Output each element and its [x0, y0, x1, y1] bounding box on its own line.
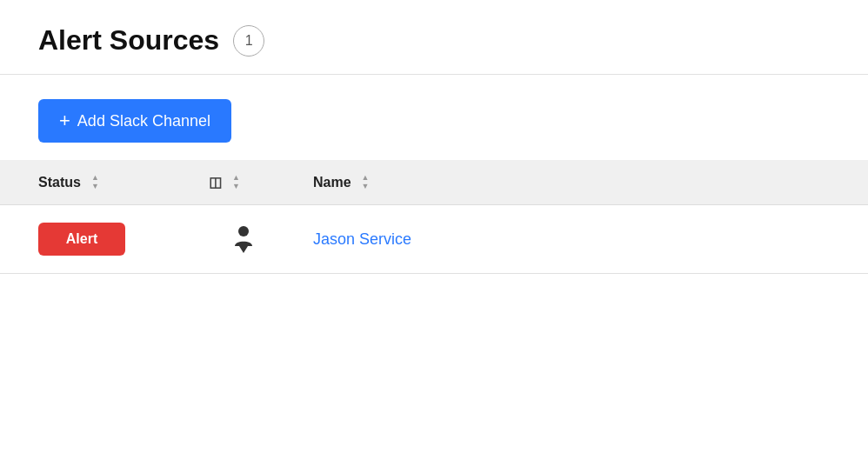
- toolbar-section: + Add Slack Channel: [0, 75, 868, 160]
- table-section: Status ▲ ▼ ◫ ▲ ▼: [0, 160, 868, 274]
- column-header-status[interactable]: Status ▲ ▼: [0, 160, 191, 205]
- cell-status: Alert: [0, 205, 191, 274]
- column-header-type[interactable]: ◫ ▲ ▼: [191, 160, 296, 205]
- status-header-label: Status: [38, 175, 81, 190]
- type-icon-cell: [209, 225, 278, 253]
- status-sort-icons: ▲ ▼: [91, 174, 99, 190]
- type-header-content: ◫ ▲ ▼: [209, 174, 240, 190]
- table-header-row: Status ▲ ▼ ◫ ▲ ▼: [0, 160, 868, 205]
- cell-type: [191, 205, 296, 274]
- page-container: Alert Sources 1 + Add Slack Channel Stat…: [0, 0, 868, 473]
- header-section: Alert Sources 1: [0, 0, 868, 75]
- name-header-content: Name ▲ ▼: [313, 174, 370, 190]
- svg-marker-1: [239, 246, 248, 253]
- table-row: Alert Jason Service: [0, 205, 868, 274]
- type-sort-icons: ▲ ▼: [232, 174, 240, 190]
- sort-down-icon: ▼: [362, 183, 370, 190]
- page-title: Alert Sources: [38, 24, 219, 57]
- type-column-icon: ◫: [209, 174, 222, 190]
- svg-point-0: [238, 226, 249, 236]
- add-button-label: Add Slack Channel: [77, 112, 210, 130]
- sort-down-icon: ▼: [91, 183, 99, 190]
- status-header-content: Status ▲ ▼: [38, 174, 99, 190]
- alert-sources-table: Status ▲ ▼ ◫ ▲ ▼: [0, 160, 868, 274]
- sort-up-icon: ▲: [232, 174, 240, 182]
- name-header-label: Name: [313, 175, 351, 190]
- column-header-name[interactable]: Name ▲ ▼: [296, 160, 868, 205]
- plus-icon: +: [59, 111, 70, 130]
- name-sort-icons: ▲ ▼: [362, 174, 370, 190]
- alert-status-badge: Alert: [38, 223, 125, 256]
- person-drop-icon: [231, 225, 256, 253]
- count-badge: 1: [233, 25, 264, 57]
- cell-name: Jason Service: [296, 205, 868, 274]
- sort-up-icon: ▲: [362, 174, 370, 182]
- add-slack-channel-button[interactable]: + Add Slack Channel: [38, 99, 231, 143]
- service-name-link[interactable]: Jason Service: [313, 230, 411, 248]
- sort-down-icon: ▼: [232, 183, 240, 190]
- sort-up-icon: ▲: [91, 174, 99, 182]
